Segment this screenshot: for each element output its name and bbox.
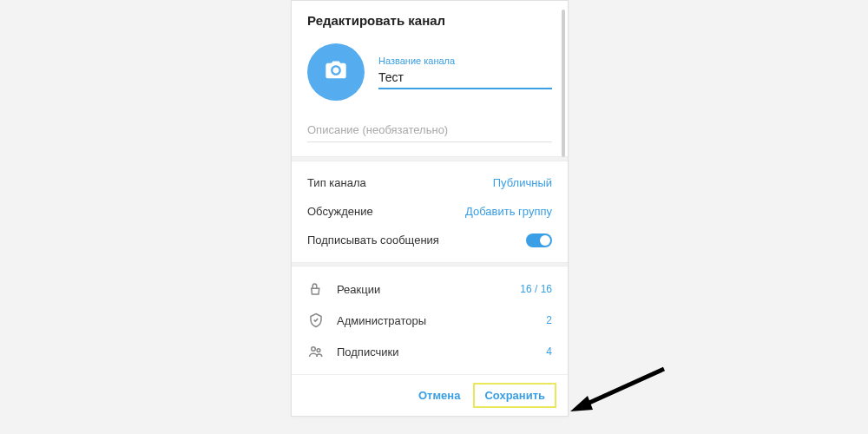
edit-channel-dialog: Редактировать канал Название канала Тип … bbox=[291, 0, 569, 417]
cancel-button[interactable]: Отмена bbox=[408, 384, 470, 407]
reactions-label: Реакции bbox=[337, 283, 508, 296]
admins-icon bbox=[307, 312, 325, 329]
save-button[interactable]: Сохранить bbox=[474, 384, 556, 407]
svg-point-0 bbox=[312, 347, 316, 352]
admins-label: Администраторы bbox=[337, 314, 534, 327]
subscribers-label: Подписчики bbox=[337, 345, 534, 358]
admins-count: 2 bbox=[546, 314, 552, 326]
reactions-count: 16 / 16 bbox=[520, 283, 552, 295]
viewport: Редактировать канал Название канала Тип … bbox=[0, 0, 868, 434]
settings-section: Тип канала Публичный Обсуждение Добавить… bbox=[292, 161, 568, 262]
management-section: Реакции 16 / 16 Администраторы 2 Подписч… bbox=[292, 266, 568, 374]
discussion-value: Добавить группу bbox=[465, 205, 552, 218]
annotation-arrow-icon bbox=[569, 365, 673, 417]
subscribers-row[interactable]: Подписчики 4 bbox=[292, 336, 568, 367]
svg-point-1 bbox=[317, 349, 320, 352]
reactions-row[interactable]: Реакции 16 / 16 bbox=[292, 273, 568, 305]
channel-avatar-button[interactable] bbox=[307, 43, 365, 101]
svg-marker-3 bbox=[570, 396, 593, 411]
dialog-header: Редактировать канал bbox=[292, 1, 568, 36]
channel-type-row[interactable]: Тип канала Публичный bbox=[292, 168, 568, 197]
description-row bbox=[292, 118, 568, 156]
channel-name-field: Название канала bbox=[378, 56, 552, 89]
subscribers-icon bbox=[307, 343, 325, 360]
subscribers-count: 4 bbox=[546, 345, 552, 358]
channel-name-label: Название канала bbox=[378, 56, 552, 66]
dialog-title: Редактировать канал bbox=[307, 13, 552, 28]
channel-name-row: Название канала bbox=[292, 36, 568, 118]
reactions-icon bbox=[307, 280, 325, 298]
svg-line-2 bbox=[582, 369, 664, 406]
discussion-row[interactable]: Обсуждение Добавить группу bbox=[292, 197, 568, 226]
sign-messages-label: Подписывать сообщения bbox=[307, 233, 439, 247]
sign-messages-row: Подписывать сообщения bbox=[292, 226, 568, 255]
discussion-label: Обсуждение bbox=[307, 205, 373, 218]
channel-type-label: Тип канала bbox=[307, 176, 366, 189]
scrollbar[interactable] bbox=[562, 10, 565, 157]
sign-messages-toggle[interactable] bbox=[526, 233, 552, 247]
description-input[interactable] bbox=[307, 118, 552, 142]
admins-row[interactable]: Администраторы 2 bbox=[292, 305, 568, 336]
channel-name-input[interactable] bbox=[378, 68, 552, 89]
dialog-footer: Отмена Сохранить bbox=[292, 374, 568, 416]
channel-type-value: Публичный bbox=[493, 176, 552, 189]
camera-icon bbox=[324, 58, 348, 86]
